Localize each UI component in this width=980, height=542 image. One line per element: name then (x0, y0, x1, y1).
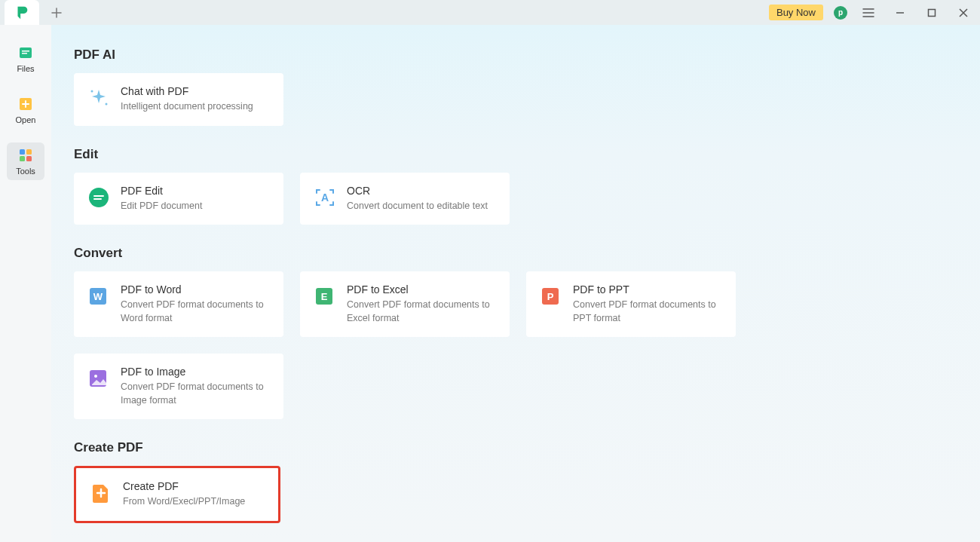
close-button[interactable] (953, 2, 974, 23)
section-convert: Convert W PDF to Word Convert PDF format… (74, 246, 957, 419)
section-pdf-ai: PDF AI Chat with PDF Intelligent documen… (74, 47, 957, 126)
card-row: Create PDF From Word/Execl/PPT/Image (74, 466, 957, 523)
sidebar-item-open[interactable]: Open (7, 91, 44, 129)
card-title: PDF to Image (121, 366, 270, 378)
card-text: OCR Convert document to editable text (347, 185, 496, 213)
open-icon (17, 96, 34, 112)
card-pdf-to-excel[interactable]: E PDF to Excel Convert PDF format docume… (300, 271, 510, 337)
svg-rect-3 (22, 53, 27, 54)
card-ocr[interactable]: A OCR Convert document to editable text (300, 173, 510, 225)
section-title: Convert (74, 246, 957, 261)
card-row: PDF Edit Edit PDF document A OCR Convert… (74, 173, 957, 225)
card-pdf-to-word[interactable]: W PDF to Word Convert PDF format documen… (74, 271, 283, 337)
sidebar: Files Open Tools (0, 25, 51, 542)
card-desc: Convert PDF format documents to Word for… (121, 299, 270, 325)
excel-icon: E (314, 285, 336, 308)
card-title: Chat with PDF (121, 85, 270, 97)
card-text: PDF to Excel Convert PDF format document… (347, 283, 496, 325)
body: Files Open Tools PDF AI (0, 25, 980, 542)
app-logo-icon (14, 5, 30, 21)
card-desc: Convert PDF format documents to Image fo… (121, 381, 270, 407)
section-title: Create PDF (74, 440, 957, 455)
main-content: PDF AI Chat with PDF Intelligent documen… (51, 25, 980, 542)
svg-rect-5 (20, 149, 25, 155)
card-pdf-to-image[interactable]: PDF to Image Convert PDF format document… (74, 354, 283, 419)
files-icon (17, 44, 34, 61)
card-title: Create PDF (123, 480, 265, 492)
sparkle-icon (87, 87, 110, 109)
card-title: PDF to Excel (347, 283, 496, 295)
menu-icon (862, 8, 874, 17)
svg-rect-0 (929, 9, 936, 16)
titlebar-left (0, 0, 68, 25)
ppt-icon: P (540, 285, 562, 308)
svg-point-20 (94, 375, 97, 378)
tools-icon (17, 147, 34, 164)
section-title: Edit (74, 147, 957, 162)
pdf-edit-icon (87, 186, 110, 209)
titlebar: Buy Now p (0, 0, 980, 25)
card-text: PDF to Image Convert PDF format document… (121, 366, 270, 407)
sidebar-item-tools[interactable]: Tools (7, 142, 44, 180)
svg-rect-8 (26, 156, 32, 161)
card-desc: Edit PDF document (121, 200, 270, 213)
card-create-pdf[interactable]: Create PDF From Word/Execl/PPT/Image (74, 466, 280, 523)
svg-rect-6 (26, 149, 32, 155)
menu-button[interactable] (858, 2, 879, 23)
image-icon (87, 367, 110, 390)
svg-rect-2 (22, 51, 29, 52)
card-text: Chat with PDF Intelligent document proce… (121, 85, 270, 114)
svg-point-9 (91, 90, 93, 93)
svg-rect-7 (20, 156, 25, 161)
minimize-icon (896, 8, 905, 17)
svg-text:P: P (547, 291, 554, 302)
maximize-icon (927, 8, 936, 17)
card-text: Create PDF From Word/Execl/PPT/Image (123, 480, 265, 509)
card-text: PDF to Word Convert PDF format documents… (121, 283, 270, 325)
section-create-pdf: Create PDF Create PDF From Word/Execl/PP… (74, 440, 957, 523)
svg-text:E: E (321, 291, 328, 302)
card-title: PDF to PPT (573, 283, 722, 295)
card-desc: Convert document to editable text (347, 200, 496, 213)
sidebar-item-files[interactable]: Files (7, 40, 44, 78)
svg-point-11 (89, 188, 109, 207)
svg-point-10 (106, 103, 108, 106)
create-pdf-icon (90, 482, 112, 504)
ocr-icon: A (314, 186, 336, 209)
minimize-button[interactable] (890, 2, 911, 23)
card-desc: Convert PDF format documents to Excel fo… (347, 299, 496, 325)
maximize-button[interactable] (921, 2, 942, 23)
close-icon (959, 8, 968, 17)
plus-icon (51, 8, 62, 18)
card-desc: From Word/Execl/PPT/Image (123, 495, 265, 509)
sidebar-item-label: Open (16, 115, 36, 124)
card-pdf-edit[interactable]: PDF Edit Edit PDF document (74, 173, 283, 225)
sidebar-item-label: Files (17, 64, 34, 73)
avatar[interactable]: p (834, 6, 847, 20)
section-edit: Edit PDF Edit Edit PDF document (74, 147, 957, 225)
word-icon: W (87, 285, 110, 308)
card-row: W PDF to Word Convert PDF format documen… (74, 271, 957, 419)
titlebar-right: Buy Now p (769, 2, 974, 23)
card-title: PDF Edit (121, 185, 270, 197)
card-pdf-to-ppt[interactable]: P PDF to PPT Convert PDF format document… (526, 271, 736, 337)
add-tab-button[interactable] (45, 2, 68, 24)
svg-text:W: W (93, 291, 103, 302)
buy-now-button[interactable]: Buy Now (769, 5, 823, 20)
app-tab[interactable] (5, 0, 39, 25)
card-text: PDF to PPT Convert PDF format documents … (573, 283, 722, 325)
card-chat-with-pdf[interactable]: Chat with PDF Intelligent document proce… (74, 73, 283, 126)
card-title: PDF to Word (121, 283, 270, 295)
card-text: PDF Edit Edit PDF document (121, 185, 270, 213)
section-title: PDF AI (74, 47, 957, 63)
card-desc: Convert PDF format documents to PPT form… (573, 299, 722, 325)
card-desc: Intelligent document processing (121, 100, 270, 114)
svg-text:A: A (321, 191, 329, 204)
sidebar-item-label: Tools (16, 167, 35, 176)
card-title: OCR (347, 185, 496, 197)
card-row: Chat with PDF Intelligent document proce… (74, 73, 957, 126)
